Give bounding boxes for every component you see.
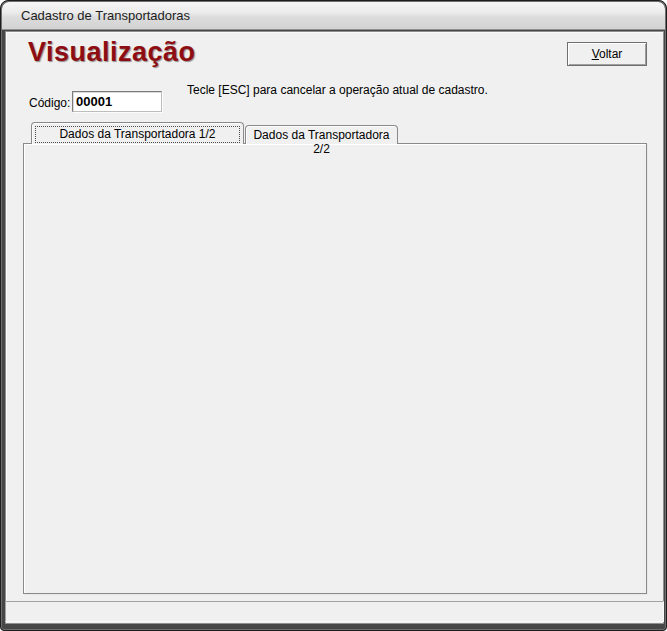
tab-dados-transportadora-1[interactable]: Dados da Transportadora 1/2 [31,122,244,144]
tab-panel [23,143,647,594]
titlebar[interactable]: Cadastro de Transportadoras [2,2,665,30]
voltar-button[interactable]: Voltar [567,42,647,66]
page-title: Visualização [28,37,196,68]
tab-2-label: Dados da Transportadora 2/2 [246,126,397,156]
app-window: Cadastro de Transportadoras Visualização… [0,0,667,631]
status-strip [5,601,664,622]
esc-hint-text: Tecle [ESC] para cancelar a operação atu… [187,83,488,97]
tab-1-label: Dados da Transportadora 1/2 [32,123,243,141]
window-title: Cadastro de Transportadoras [21,8,190,23]
codigo-label: Código: [29,96,70,110]
codigo-input[interactable] [72,91,162,112]
voltar-button-label: Voltar [568,47,646,61]
tab-dados-transportadora-2[interactable]: Dados da Transportadora 2/2 [245,125,398,144]
